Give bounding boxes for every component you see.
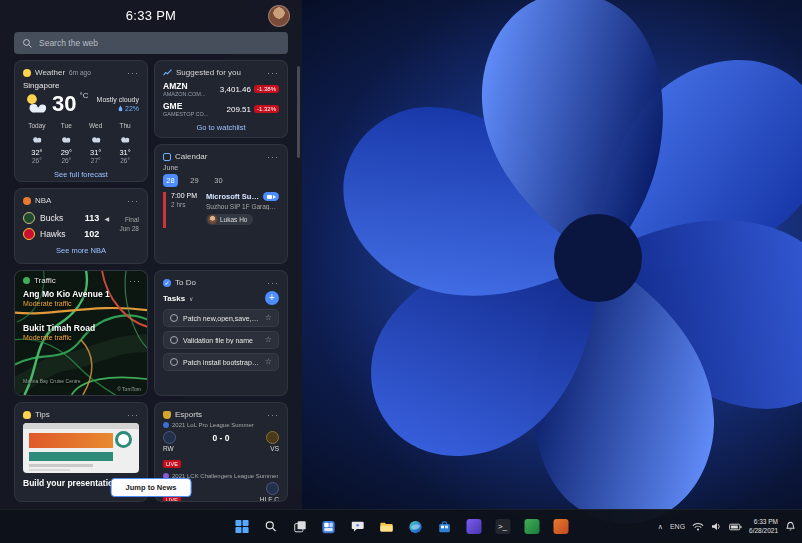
more-options-icon[interactable]: ··· xyxy=(127,198,139,204)
calendar-date[interactable]: 28 xyxy=(163,174,178,187)
stocks-title: Suggested for you xyxy=(176,68,241,77)
web-search-bar[interactable] xyxy=(14,32,288,54)
video-call-icon[interactable] xyxy=(263,192,279,201)
traffic-widget[interactable]: Traffic ··· Ang Mo Kio Avenue 1 Moderate… xyxy=(14,270,148,396)
terminal-app-icon[interactable]: >_ xyxy=(492,516,514,538)
chat-button[interactable] xyxy=(347,516,369,538)
panel-scrollbar[interactable] xyxy=(297,66,300,158)
calendar-month: June xyxy=(163,164,279,171)
nba-widget[interactable]: NBA ··· Bucks 113 ◀ xyxy=(14,188,148,264)
stock-row[interactable]: AMZN AMAZON.COM... 3,401.46 -1.38% xyxy=(163,81,279,97)
calendar-widget[interactable]: Calendar ··· June 28 29 30 7:00 PM 2 hrs xyxy=(154,144,288,264)
task-item[interactable]: Patch new,open,save,edi... ☆ xyxy=(163,309,279,327)
weather-widget[interactable]: Weather 6m ago ··· Singapore xyxy=(14,60,148,182)
forecast-day[interactable]: Thu 31° 26° xyxy=(111,122,139,164)
tray-time: 6:33 PM xyxy=(749,518,778,527)
see-more-nba-link[interactable]: See more NBA xyxy=(23,246,139,255)
user-avatar[interactable] xyxy=(268,5,290,27)
task-view-button[interactable] xyxy=(289,516,311,538)
weather-icon xyxy=(23,69,31,77)
store-button[interactable] xyxy=(434,516,456,538)
cloud-icon xyxy=(60,135,72,143)
more-options-icon[interactable]: ··· xyxy=(127,70,139,76)
stock-change-badge: -1.38% xyxy=(254,85,279,93)
widgets-button[interactable] xyxy=(318,516,340,538)
esports-match[interactable]: 2021 LoL Pro League Summer 0 - 0 RW VS L… xyxy=(163,422,279,470)
search-icon xyxy=(264,520,277,533)
more-options-icon[interactable]: ··· xyxy=(129,278,141,284)
taskbar-center: >_ xyxy=(231,510,572,543)
trophy-icon xyxy=(163,411,171,419)
tray-caret-icon[interactable]: ∧ xyxy=(658,523,663,531)
tray-date: 6/28/2021 xyxy=(749,527,778,536)
wifi-icon[interactable] xyxy=(692,522,704,531)
game-date: Jun 28 xyxy=(109,225,139,232)
bucks-logo-icon xyxy=(23,212,35,224)
map-credit: © TomTom xyxy=(117,386,141,392)
star-icon[interactable]: ☆ xyxy=(265,314,272,322)
task-item[interactable]: Patch install bootstrapp... ☆ xyxy=(163,353,279,371)
language-indicator[interactable]: ENG xyxy=(670,523,685,530)
cloud-icon xyxy=(90,135,102,143)
sun-cloud-icon xyxy=(23,91,49,117)
traffic-icon xyxy=(23,277,30,284)
stock-symbol: GME xyxy=(163,101,208,111)
more-options-icon[interactable]: ··· xyxy=(267,280,279,286)
pinned-app-icon[interactable] xyxy=(463,516,485,538)
league-name: 2021 LoL Pro League Summer xyxy=(172,422,254,428)
calendar-date[interactable]: 30 xyxy=(211,174,226,187)
star-icon[interactable]: ☆ xyxy=(265,336,272,344)
temp-unit: °C xyxy=(79,91,88,100)
weather-title: Weather xyxy=(35,68,65,77)
star-icon[interactable]: ☆ xyxy=(265,358,272,366)
traffic-title: Traffic xyxy=(34,276,56,285)
edge-browser-button[interactable] xyxy=(405,516,427,538)
nba-title: NBA xyxy=(35,196,51,205)
calendar-date[interactable]: 29 xyxy=(187,174,202,187)
stock-row[interactable]: GME GAMESTOP CO... 209.51 -1.32% xyxy=(163,101,279,117)
widgets-grid: Weather 6m ago ··· Singapore xyxy=(14,60,288,502)
notification-bell-icon[interactable] xyxy=(785,521,796,532)
road-status: Moderate traffic xyxy=(23,334,139,341)
game-status: Final xyxy=(109,216,139,223)
forecast-day[interactable]: Tue 29° 26° xyxy=(52,122,80,164)
stocks-widget[interactable]: Suggested for you ··· AMZN AMAZON.COM...… xyxy=(154,60,288,138)
forecast-day[interactable]: Today 32° 26° xyxy=(23,122,51,164)
nba-score-row: Bucks 113 ◀ xyxy=(23,212,109,224)
forecast-day[interactable]: Wed 31° 27° xyxy=(82,122,110,164)
more-options-icon[interactable]: ··· xyxy=(267,412,279,418)
see-full-forecast-link[interactable]: See full forecast xyxy=(23,170,139,179)
tips-thumbnail[interactable] xyxy=(23,423,139,473)
panel-header: 6:33 PM xyxy=(0,0,302,30)
task-list-selector[interactable]: Tasks xyxy=(163,294,185,303)
task-item[interactable]: Validation file by name ☆ xyxy=(163,331,279,349)
calendar-event[interactable]: 7:00 PM 2 hrs Microsoft Suzhou Toa... Su… xyxy=(163,192,279,228)
todo-widget[interactable]: ✓ To Do ··· Tasks ∨ + Patch new,open,sav… xyxy=(154,270,288,396)
league-logo-icon xyxy=(163,422,169,428)
stock-name: AMAZON.COM... xyxy=(163,91,205,97)
go-to-watchlist-link[interactable]: Go to watchlist xyxy=(163,123,279,132)
volume-icon[interactable] xyxy=(711,522,722,531)
taskbar-search-button[interactable] xyxy=(260,516,282,538)
event-duration: 2 hrs xyxy=(171,201,201,208)
more-options-icon[interactable]: ··· xyxy=(267,70,279,76)
pinned-app-icon[interactable] xyxy=(521,516,543,538)
chart-icon xyxy=(163,69,172,76)
team-abbr: RW xyxy=(163,445,174,452)
task-checkbox[interactable] xyxy=(170,314,178,322)
team-logo-icon xyxy=(266,482,279,495)
search-input[interactable] xyxy=(39,38,280,48)
taskbar-clock[interactable]: 6:33 PM 6/28/2021 xyxy=(749,518,778,536)
task-checkbox[interactable] xyxy=(170,336,178,344)
add-task-button[interactable]: + xyxy=(265,291,279,305)
task-checkbox[interactable] xyxy=(170,358,178,366)
file-explorer-button[interactable] xyxy=(376,516,398,538)
start-button[interactable] xyxy=(231,516,253,538)
jump-to-news-button[interactable]: Jump to News xyxy=(111,478,192,497)
calendar-title: Calendar xyxy=(175,152,207,161)
current-temp: 30 xyxy=(52,93,76,115)
battery-icon[interactable] xyxy=(729,523,742,531)
pinned-app-icon[interactable] xyxy=(550,516,572,538)
more-options-icon[interactable]: ··· xyxy=(267,154,279,160)
more-options-icon[interactable]: ··· xyxy=(127,412,139,418)
